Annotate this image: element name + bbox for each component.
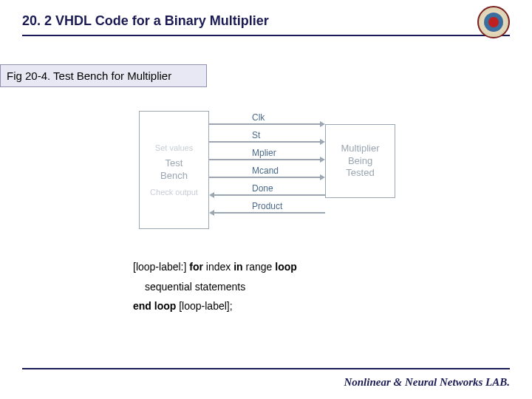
signal-mcand: Mcand bbox=[209, 167, 325, 185]
kw-in: in bbox=[233, 261, 242, 273]
syntax-line-2: sequential statements bbox=[145, 277, 532, 297]
signal-label: Product bbox=[252, 201, 282, 211]
multiplier-label-3: Tested bbox=[346, 167, 374, 180]
syntax-loop-label: [loop-label:] bbox=[133, 261, 189, 273]
signal-st: St bbox=[209, 132, 325, 149]
arrow-left-icon bbox=[209, 192, 214, 198]
arrow-left-icon bbox=[209, 210, 214, 216]
header-rule bbox=[22, 35, 510, 36]
signal-label: Done bbox=[252, 183, 273, 194]
figure-caption: Fig 20-4. Test Bench for Multiplier bbox=[0, 64, 207, 87]
arrow-right-icon bbox=[320, 157, 325, 163]
multiplier-label-2: Being bbox=[348, 155, 372, 168]
kw-loop: loop bbox=[275, 261, 297, 273]
logo-circle bbox=[477, 6, 510, 38]
signal-label: Mcand bbox=[252, 166, 279, 176]
slide-header: 20. 2 VHDL Code for a Binary Multiplier bbox=[0, 0, 532, 35]
syntax-range: range bbox=[243, 261, 276, 273]
test-bench-diagram: Set values Test Bench Check output Multi… bbox=[126, 105, 406, 238]
test-bench-box: Set values Test Bench Check output bbox=[139, 111, 209, 229]
signal-arrows: ClkStMplierMcandDoneProduct bbox=[209, 111, 325, 220]
arrow-line bbox=[209, 159, 320, 160]
arrow-right-icon bbox=[320, 121, 325, 127]
syntax-index: index bbox=[203, 261, 233, 273]
university-logo bbox=[477, 6, 510, 38]
lab-name: Nonlinear & Neural Networks LAB. bbox=[344, 376, 510, 389]
arrow-right-icon bbox=[320, 139, 325, 145]
footer-rule bbox=[22, 368, 510, 369]
faded-set-values: Set values bbox=[155, 143, 193, 153]
signal-done: Done bbox=[209, 185, 325, 202]
signal-mplier: Mplier bbox=[209, 149, 325, 167]
syntax-line-3: end loop [loop-label]; bbox=[133, 296, 532, 316]
kw-end-loop: end loop bbox=[133, 300, 176, 312]
loop-syntax: [loop-label:] for index in range loop se… bbox=[133, 257, 532, 316]
arrow-right-icon bbox=[320, 174, 325, 180]
logo-inner bbox=[484, 13, 503, 32]
arrow-line bbox=[209, 141, 320, 143]
diagram-container: Set values Test Bench Check output Multi… bbox=[0, 105, 532, 238]
arrow-line bbox=[214, 212, 325, 214]
multiplier-box: Multiplier Being Tested bbox=[325, 124, 395, 198]
kw-for: for bbox=[189, 261, 203, 273]
signal-product: Product bbox=[209, 202, 325, 220]
multiplier-label-1: Multiplier bbox=[341, 143, 379, 155]
arrow-line bbox=[214, 194, 325, 196]
test-bench-label-1: Test bbox=[166, 157, 183, 170]
section-title: 20. 2 VHDL Code for a Binary Multiplier bbox=[22, 13, 269, 29]
syntax-end-label: [loop-label]; bbox=[176, 300, 232, 312]
arrow-line bbox=[209, 123, 320, 125]
arrow-line bbox=[209, 177, 320, 178]
signal-clk: Clk bbox=[209, 114, 325, 132]
signal-label: Mplier bbox=[252, 148, 276, 158]
signal-label: St bbox=[252, 130, 260, 140]
signal-label: Clk bbox=[252, 112, 265, 123]
faded-check-output: Check output bbox=[150, 187, 198, 197]
test-bench-label-2: Bench bbox=[160, 170, 188, 183]
syntax-line-1: [loop-label:] for index in range loop bbox=[133, 257, 532, 277]
